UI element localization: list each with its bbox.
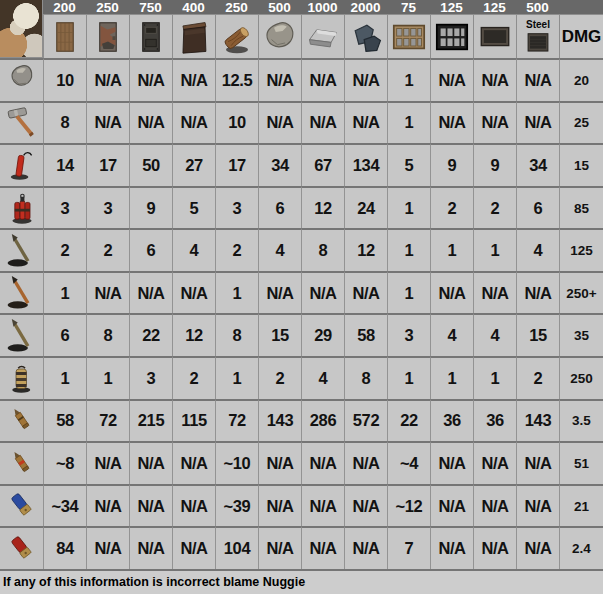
hit-count-value: 1 bbox=[491, 241, 500, 260]
hit-count-value: N/A bbox=[481, 454, 508, 473]
hit-count-value: N/A bbox=[266, 113, 293, 132]
hit-count-cell: 2 bbox=[430, 186, 473, 229]
metal-material-icon bbox=[305, 18, 341, 56]
hit-count-value: N/A bbox=[438, 113, 465, 132]
hit-count-value: 4 bbox=[319, 369, 328, 388]
tool-icon-cell bbox=[0, 484, 43, 527]
hit-count-value: 1 bbox=[491, 369, 500, 388]
dmg-value-cell: 250+ bbox=[559, 271, 603, 314]
hit-count-value: 67 bbox=[314, 156, 332, 175]
hit-count-value: 36 bbox=[443, 411, 461, 430]
hit-count-cell: N/A bbox=[129, 101, 172, 144]
hit-count-cell: N/A bbox=[172, 58, 215, 101]
dmg-value: 25 bbox=[574, 115, 589, 130]
hit-count-cell: 10 bbox=[43, 58, 86, 101]
hit-count-cell: 2 bbox=[258, 356, 301, 399]
hit-count-cell: N/A bbox=[473, 441, 516, 484]
column-hp-label: 250 bbox=[215, 0, 258, 14]
hit-count-value: N/A bbox=[524, 497, 551, 516]
hit-count-value: 1 bbox=[405, 113, 414, 132]
hit-count-value: N/A bbox=[524, 113, 551, 132]
hit-count-cell: N/A bbox=[301, 526, 344, 569]
hit-count-value: N/A bbox=[266, 539, 293, 558]
hit-count-cell: 115 bbox=[172, 399, 215, 442]
steel-sublabel: Steel bbox=[526, 19, 550, 30]
hit-count-value: 5 bbox=[190, 199, 199, 218]
hit-count-cell: N/A bbox=[301, 441, 344, 484]
hit-count-value: N/A bbox=[438, 71, 465, 90]
hit-count-cell: 1 bbox=[387, 228, 430, 271]
hit-count-value: N/A bbox=[438, 497, 465, 516]
tool-icon-cell bbox=[0, 526, 43, 569]
hp-value: 125 bbox=[440, 0, 463, 14]
dmg-value: 35 bbox=[574, 328, 589, 343]
hit-count-cell: 1 bbox=[86, 356, 129, 399]
hit-count-cell: 84 bbox=[43, 526, 86, 569]
hit-count-cell: 36 bbox=[473, 399, 516, 442]
hit-count-cell: ~8 bbox=[43, 441, 86, 484]
hit-count-value: 143 bbox=[267, 411, 293, 430]
hit-count-cell: N/A bbox=[258, 58, 301, 101]
tool-icon-cell bbox=[0, 143, 43, 186]
hit-count-cell: N/A bbox=[129, 58, 172, 101]
hit-count-value: 1 bbox=[448, 241, 457, 260]
hit-count-cell: N/A bbox=[516, 484, 559, 527]
hit-count-cell: N/A bbox=[86, 58, 129, 101]
hit-count-value: N/A bbox=[352, 284, 379, 303]
hit-count-value: N/A bbox=[524, 539, 551, 558]
hit-count-value: N/A bbox=[137, 539, 164, 558]
hit-count-cell: N/A bbox=[86, 441, 129, 484]
hit-count-value: 572 bbox=[353, 411, 379, 430]
hit-count-value: 12 bbox=[357, 241, 375, 260]
hit-count-cell: N/A bbox=[473, 526, 516, 569]
hit-count-value: 6 bbox=[276, 199, 285, 218]
hit-count-value: 286 bbox=[310, 411, 336, 430]
hit-count-cell: 6 bbox=[516, 186, 559, 229]
hit-count-value: N/A bbox=[137, 454, 164, 473]
hit-count-cell: N/A bbox=[473, 101, 516, 144]
raid-damage-table: 2002507504002505001000200075125125500Ste… bbox=[0, 0, 603, 594]
hit-count-cell: 15 bbox=[516, 313, 559, 356]
hit-count-cell: 4 bbox=[258, 228, 301, 271]
sheet-metal-door-icon bbox=[93, 18, 123, 56]
hit-count-value: 29 bbox=[314, 326, 332, 345]
hit-count-value: N/A bbox=[309, 454, 336, 473]
hit-count-value: 6 bbox=[61, 326, 70, 345]
hit-count-cell: 1 bbox=[387, 271, 430, 314]
dmg-value-cell: 250 bbox=[559, 356, 603, 399]
hit-count-value: N/A bbox=[137, 284, 164, 303]
hit-count-value: 4 bbox=[276, 241, 285, 260]
hit-count-value: N/A bbox=[309, 284, 336, 303]
hit-count-value: N/A bbox=[94, 284, 121, 303]
hit-count-value: 143 bbox=[525, 411, 551, 430]
hit-count-cell: N/A bbox=[172, 271, 215, 314]
hit-count-value: 22 bbox=[400, 411, 418, 430]
dmg-value: 85 bbox=[574, 201, 589, 216]
slug-shell-icon bbox=[7, 488, 37, 524]
hit-count-cell: N/A bbox=[430, 101, 473, 144]
hit-count-value: 58 bbox=[56, 411, 74, 430]
column-icon-cell bbox=[129, 14, 172, 58]
hit-count-value: 84 bbox=[56, 539, 74, 558]
hit-count-value: N/A bbox=[524, 454, 551, 473]
wooden-window-bars-icon bbox=[390, 17, 428, 57]
hit-count-cell: 3 bbox=[387, 313, 430, 356]
hit-count-value: 1 bbox=[448, 369, 457, 388]
dmg-value: 2.4 bbox=[572, 541, 591, 556]
hit-count-value: N/A bbox=[481, 497, 508, 516]
hit-count-cell: 143 bbox=[258, 399, 301, 442]
tool-icon-cell bbox=[0, 58, 43, 101]
hit-count-cell: 1 bbox=[215, 271, 258, 314]
hit-count-value: 1 bbox=[104, 369, 113, 388]
hit-count-cell: 34 bbox=[516, 143, 559, 186]
hit-count-cell: 72 bbox=[215, 399, 258, 442]
hit-count-value: 12 bbox=[314, 199, 332, 218]
hit-count-cell: 8 bbox=[43, 101, 86, 144]
hit-count-value: 1 bbox=[405, 241, 414, 260]
hit-count-cell: N/A bbox=[129, 526, 172, 569]
hit-count-cell: 143 bbox=[516, 399, 559, 442]
hp-value: 1000 bbox=[307, 0, 337, 14]
hit-count-value: N/A bbox=[266, 284, 293, 303]
hit-count-cell: N/A bbox=[516, 441, 559, 484]
hit-count-value: 24 bbox=[357, 199, 375, 218]
